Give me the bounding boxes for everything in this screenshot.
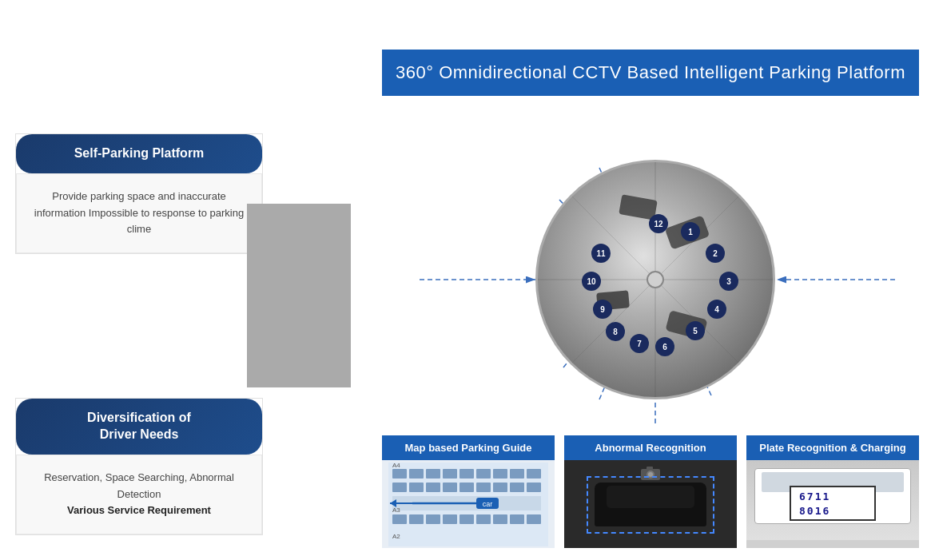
badge-4: 4 xyxy=(707,300,726,319)
plate-visual: 6711 8016 xyxy=(746,460,919,548)
diversification-card: Diversification of Driver Needs Reservat… xyxy=(15,398,263,535)
map-guide-card: Map based Parking Guide xyxy=(382,435,555,548)
svg-rect-22 xyxy=(426,469,440,479)
self-parking-body: Provide parking space and inaccurate inf… xyxy=(16,173,262,253)
svg-rect-20 xyxy=(392,469,407,479)
abnormal-image xyxy=(564,460,737,548)
svg-rect-45 xyxy=(493,514,507,524)
svg-rect-35 xyxy=(493,483,507,492)
svg-rect-47 xyxy=(527,514,541,524)
svg-text:A3: A3 xyxy=(392,506,400,514)
svg-text:A4: A4 xyxy=(392,463,400,469)
diversification-title: Diversification of Driver Needs xyxy=(32,410,246,443)
badge-11: 11 xyxy=(591,244,611,263)
self-parking-card: Self-Parking Platform Provide parking sp… xyxy=(15,133,263,254)
svg-rect-34 xyxy=(476,483,491,492)
badge-1: 1 xyxy=(681,222,700,241)
svg-rect-59 xyxy=(647,467,653,471)
parking-guide-visual: car A4 A3 A2 xyxy=(382,460,555,548)
header-title: 360° Omnidirectional CCTV Based Intellig… xyxy=(396,62,905,83)
badge-7: 7 xyxy=(630,334,649,353)
map-guide-header: Map based Parking Guide xyxy=(382,435,555,460)
diversification-header: Diversification of Driver Needs xyxy=(16,399,262,455)
svg-text:A2: A2 xyxy=(392,533,400,540)
abnormal-card: Abnormal Recognition xyxy=(564,435,737,548)
badge-10: 10 xyxy=(582,272,601,291)
self-parking-text: Provide parking space and inaccurate inf… xyxy=(33,189,245,238)
svg-rect-33 xyxy=(460,483,474,492)
svg-rect-40 xyxy=(409,514,424,524)
svg-rect-32 xyxy=(443,483,457,492)
fisheye-image xyxy=(535,160,775,399)
left-panel: Self-Parking Platform Provide parking sp… xyxy=(15,133,263,550)
svg-rect-23 xyxy=(443,469,457,479)
svg-rect-27 xyxy=(510,469,524,479)
svg-rect-26 xyxy=(493,469,507,479)
badge-8: 8 xyxy=(606,322,625,341)
badge-6: 6 xyxy=(655,337,674,356)
self-parking-header: Self-Parking Platform xyxy=(16,134,262,173)
svg-rect-44 xyxy=(476,514,491,524)
badge-5: 5 xyxy=(686,321,705,340)
svg-rect-42 xyxy=(443,514,457,524)
badge-2: 2 xyxy=(706,244,725,263)
svg-rect-24 xyxy=(460,469,474,479)
abnormal-visual xyxy=(564,460,737,548)
svg-rect-41 xyxy=(426,514,440,524)
self-parking-title: Self-Parking Platform xyxy=(32,145,246,162)
svg-rect-46 xyxy=(510,514,524,524)
diversification-body: Reservation, Space Searching, Abnormal D… xyxy=(16,455,262,534)
svg-rect-43 xyxy=(460,514,474,524)
plate-image: 6711 8016 xyxy=(746,460,919,548)
plate-header: Plate Recognition & Charging xyxy=(746,435,919,460)
diagram-area: 12 1 2 3 4 5 6 7 8 9 10 11 xyxy=(376,112,927,447)
svg-rect-28 xyxy=(527,469,541,479)
svg-rect-25 xyxy=(476,469,491,479)
svg-text:car: car xyxy=(483,500,493,508)
map-guide-image: car A4 A3 A2 xyxy=(382,460,555,548)
svg-rect-30 xyxy=(409,483,424,492)
svg-rect-37 xyxy=(527,483,541,492)
abnormal-header: Abnormal Recognition xyxy=(564,435,737,460)
svg-rect-21 xyxy=(409,469,424,479)
svg-rect-39 xyxy=(392,514,407,524)
badge-12: 12 xyxy=(649,214,668,233)
badge-9: 9 xyxy=(593,300,612,319)
svg-rect-31 xyxy=(426,483,440,492)
bottom-cards-container: Map based Parking Guide xyxy=(382,435,919,548)
svg-rect-36 xyxy=(510,483,524,492)
plate-card: Plate Recognition & Charging 6711 8016 xyxy=(746,435,919,548)
svg-rect-29 xyxy=(392,483,407,492)
badge-3: 3 xyxy=(719,272,738,291)
diversification-text: Reservation, Space Searching, Abnormal D… xyxy=(33,470,245,503)
header-banner: 360° Omnidirectional CCTV Based Intellig… xyxy=(382,50,919,96)
plate-number-text: 6711 8016 xyxy=(799,490,830,517)
diversification-highlight: Various Service Requirement xyxy=(33,502,245,519)
gray-placeholder xyxy=(247,204,351,387)
